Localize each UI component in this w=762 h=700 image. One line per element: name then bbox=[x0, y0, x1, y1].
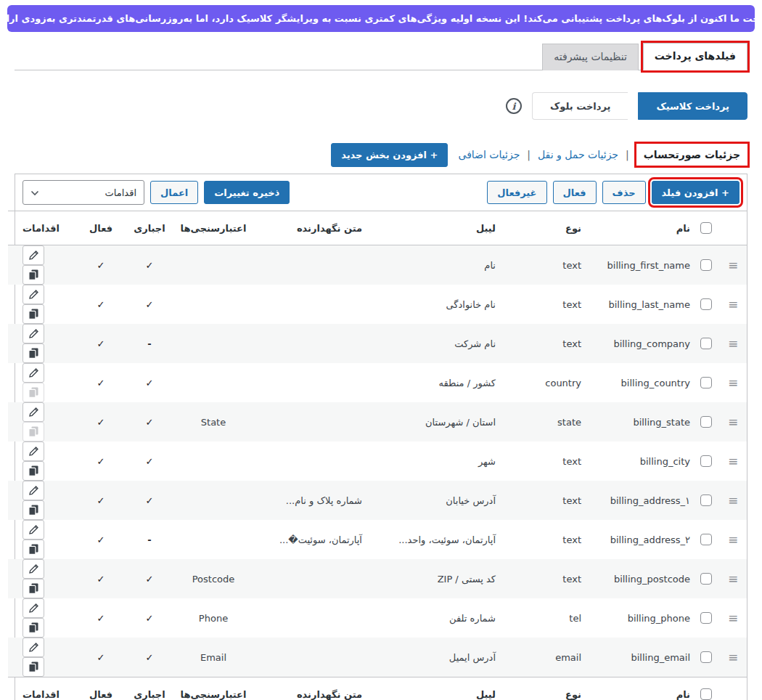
field-placeholder bbox=[252, 285, 365, 324]
row-checkbox[interactable] bbox=[700, 455, 712, 467]
field-required-check: ✓ bbox=[124, 638, 175, 677]
edit-button[interactable] bbox=[22, 638, 44, 657]
section-billing-details[interactable]: جزئیات صورتحساب bbox=[636, 144, 747, 166]
section-separator: | bbox=[527, 149, 530, 160]
section-shipping-details[interactable]: جزئیات حمل و نقل bbox=[538, 149, 618, 160]
column-header-type: نوع bbox=[499, 211, 584, 245]
classic-checkout-toggle[interactable]: پرداخت کلاسیک bbox=[638, 92, 747, 120]
drag-handle-icon[interactable]: ≡ bbox=[728, 259, 738, 272]
field-enabled-check: ✓ bbox=[78, 481, 124, 520]
field-label: استان / شهرستان bbox=[365, 402, 499, 441]
row-checkbox[interactable] bbox=[700, 612, 712, 624]
drag-handle-icon[interactable]: ≡ bbox=[728, 534, 738, 546]
duplicate-button[interactable] bbox=[22, 265, 44, 285]
column-header-label: لیبل bbox=[365, 677, 499, 700]
field-enabled-check: ✓ bbox=[78, 363, 124, 402]
duplicate-button[interactable] bbox=[22, 304, 44, 324]
section-additional-details[interactable]: جزئیات اضافی bbox=[458, 149, 520, 160]
main-tabs: فیلدهای پرداخت تنظیمات پیشرفته bbox=[15, 43, 747, 70]
field-enabled-check: ✓ bbox=[78, 559, 124, 598]
fields-table: نام نوع لیبل متن نگهدارنده اعتبارسنجی‌ها… bbox=[8, 211, 747, 700]
row-checkbox[interactable] bbox=[700, 651, 712, 663]
row-checkbox[interactable] bbox=[700, 298, 712, 310]
field-enabled-check: ✓ bbox=[78, 402, 124, 441]
select-all-checkbox[interactable] bbox=[700, 688, 712, 700]
edit-button[interactable] bbox=[22, 520, 44, 540]
field-label: نام خانوادگی bbox=[365, 285, 499, 324]
info-icon[interactable]: i bbox=[506, 98, 522, 114]
drag-handle-icon[interactable]: ≡ bbox=[728, 298, 738, 311]
field-label: آدرس ایمیل bbox=[365, 638, 499, 677]
field-enabled-check: ✓ bbox=[78, 520, 124, 559]
bulk-actions-select[interactable]: اقدامات bbox=[22, 180, 144, 205]
add-new-section-button[interactable]: + افزودن بخش جدید bbox=[331, 143, 448, 167]
drag-handle-icon[interactable]: ≡ bbox=[728, 612, 738, 624]
drag-handle-icon[interactable]: ≡ bbox=[728, 377, 738, 389]
edit-button[interactable] bbox=[22, 363, 44, 383]
field-placeholder bbox=[252, 441, 365, 481]
duplicate-button[interactable] bbox=[22, 383, 44, 402]
table-header: نام نوع لیبل متن نگهدارنده اعتبارسنجی‌ها… bbox=[8, 211, 747, 245]
drag-handle-icon[interactable]: ≡ bbox=[728, 495, 738, 507]
remove-button[interactable]: حذف bbox=[602, 181, 646, 204]
field-enabled-check: ✓ bbox=[78, 285, 124, 324]
field-name: billing_postcode bbox=[584, 559, 693, 598]
save-changes-button[interactable]: ذخیره تغییرات bbox=[204, 181, 290, 204]
duplicate-button[interactable] bbox=[22, 618, 44, 638]
table-row: ≡ billing_email email آدرس ایمیل Email ✓… bbox=[8, 638, 747, 677]
drag-handle-icon[interactable]: ≡ bbox=[728, 573, 738, 585]
field-validations bbox=[175, 481, 252, 520]
field-validations: Email bbox=[175, 638, 252, 677]
edit-button[interactable] bbox=[22, 559, 44, 579]
field-enabled-check: ✓ bbox=[78, 598, 124, 638]
row-checkbox[interactable] bbox=[700, 495, 712, 506]
select-all-checkbox[interactable] bbox=[700, 222, 712, 234]
edit-button[interactable] bbox=[22, 402, 44, 422]
row-checkbox[interactable] bbox=[700, 338, 712, 349]
field-required-check: ✓ bbox=[124, 481, 175, 520]
edit-button[interactable] bbox=[22, 285, 44, 304]
row-checkbox[interactable] bbox=[700, 416, 712, 428]
row-checkbox[interactable] bbox=[700, 377, 712, 388]
field-label: کشور / منطقه bbox=[365, 363, 499, 402]
field-name: billing_address_۱ bbox=[584, 481, 693, 520]
edit-button[interactable] bbox=[22, 324, 44, 343]
tab-advanced-settings[interactable]: تنظیمات پیشرفته bbox=[542, 44, 639, 70]
section-nav: جزئیات صورتحساب | جزئیات حمل و نقل | جزئ… bbox=[15, 142, 747, 168]
duplicate-button[interactable] bbox=[22, 461, 44, 481]
column-header-enabled: فعال bbox=[78, 211, 124, 245]
add-field-button[interactable]: + افزودن فیلد bbox=[652, 181, 740, 204]
tab-payment-fields[interactable]: فیلدهای پرداخت bbox=[643, 43, 747, 70]
drag-handle-icon[interactable]: ≡ bbox=[728, 455, 738, 468]
disable-button[interactable]: غیرفعال bbox=[487, 181, 546, 204]
duplicate-button[interactable] bbox=[22, 500, 44, 520]
duplicate-button[interactable] bbox=[22, 540, 44, 559]
banner-text: ویرایشگر فیلد پرداخت ما اکنون از بلوک‌ها… bbox=[0, 13, 762, 24]
duplicate-button[interactable] bbox=[22, 343, 44, 363]
duplicate-button[interactable] bbox=[22, 657, 44, 677]
column-header-validations: اعتبارسنجی‌ها bbox=[175, 211, 252, 245]
row-checkbox[interactable] bbox=[700, 573, 712, 585]
field-actions-group: + افزودن فیلد حذف فعال غیرفعال bbox=[487, 181, 740, 204]
field-type: text bbox=[499, 481, 584, 520]
field-type: tel bbox=[499, 598, 584, 638]
drag-handle-icon[interactable]: ≡ bbox=[728, 338, 738, 350]
edit-button[interactable] bbox=[22, 481, 44, 500]
block-checkout-toggle[interactable]: پرداخت بلوک bbox=[532, 92, 628, 120]
edit-button[interactable] bbox=[22, 245, 44, 265]
duplicate-button[interactable] bbox=[22, 422, 44, 441]
field-placeholder bbox=[252, 402, 365, 441]
edit-button[interactable] bbox=[22, 441, 44, 461]
row-checkbox[interactable] bbox=[700, 534, 712, 545]
enable-button[interactable]: فعال bbox=[553, 181, 597, 204]
field-validations: Postcode bbox=[175, 559, 252, 598]
duplicate-button[interactable] bbox=[22, 579, 44, 598]
table-row: ≡ billing_last_name text نام خانوادگی ✓ … bbox=[8, 285, 747, 324]
edit-button[interactable] bbox=[22, 598, 44, 618]
chevron-down-icon bbox=[30, 187, 39, 198]
drag-handle-icon[interactable]: ≡ bbox=[728, 651, 738, 664]
drag-handle-icon[interactable]: ≡ bbox=[728, 416, 738, 428]
column-header-required: اجباری bbox=[124, 677, 175, 700]
apply-button[interactable]: اعمال bbox=[150, 181, 198, 204]
row-checkbox[interactable] bbox=[700, 259, 712, 271]
